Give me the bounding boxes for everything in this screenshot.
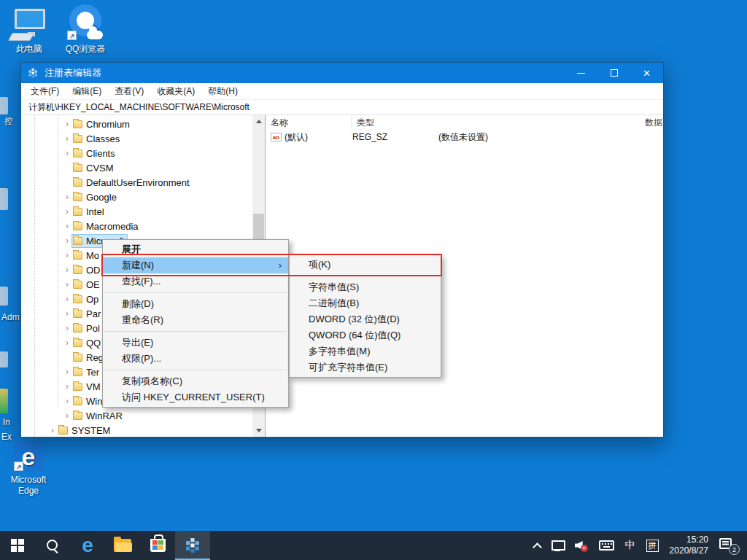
action-center-button[interactable]: 2 (719, 537, 738, 553)
submenu-item[interactable]: DWORD (32 位)值(D) › (290, 311, 441, 327)
taskbar-clock[interactable]: 15:20 2020/8/27 (670, 534, 708, 556)
expand-chevron-icon[interactable]: › (62, 308, 72, 319)
expand-chevron-icon[interactable]: › (62, 279, 72, 289)
taskbar-edge-button[interactable]: e (70, 531, 105, 560)
windows-logo-icon (11, 539, 24, 552)
expand-chevron-icon[interactable]: › (62, 119, 72, 129)
desktop-icon-microsoft-edge[interactable]: e ↗ Microsoft Edge (6, 441, 51, 497)
scroll-up-arrow-icon[interactable] (252, 115, 265, 128)
context-menu-item[interactable]: 展开 › (103, 241, 288, 257)
ime-pinyin-indicator[interactable]: 拼 (646, 540, 659, 552)
submenu-item[interactable]: 多字符串值(M) › (290, 343, 441, 359)
menubar-item[interactable]: 收藏夹(A) (150, 85, 201, 98)
context-menu-item[interactable]: 删除(D) › (103, 296, 288, 312)
network-icon[interactable] (551, 540, 564, 551)
context-menu-item[interactable]: › (104, 370, 287, 370)
expand-chevron-icon[interactable]: › (62, 250, 72, 260)
expand-chevron-icon[interactable]: › (62, 177, 72, 187)
partial-desktop-icon (0, 287, 8, 306)
tree-item[interactable]: › Chromium (21, 117, 252, 131)
expand-chevron-icon[interactable]: › (62, 396, 72, 406)
start-button[interactable] (0, 531, 35, 560)
maximize-icon (611, 69, 618, 77)
mute-badge-icon: ✕ (581, 545, 588, 552)
tree-item[interactable]: › Clients (21, 146, 252, 160)
folder-icon (73, 281, 82, 289)
expand-chevron-icon[interactable]: › (62, 133, 72, 144)
scrollbar-thumb[interactable] (253, 214, 264, 241)
maximize-button[interactable] (597, 63, 630, 83)
context-menu-item[interactable]: › (104, 331, 287, 332)
volume-muted-icon[interactable]: ✕ (575, 540, 588, 551)
registry-value-row[interactable]: ab (默认) REG_SZ (数值未设置) (266, 130, 663, 144)
expand-chevron-icon[interactable]: › (62, 352, 72, 362)
expand-chevron-icon[interactable]: › (62, 148, 72, 158)
taskbar-store-button[interactable] (140, 531, 175, 560)
column-header[interactable]: 名称 (266, 115, 352, 130)
tree-item[interactable]: › CVSM (21, 160, 252, 175)
desktop-icon-qq-browser[interactable]: ↗ QQ浏览器 (64, 4, 107, 55)
tree-item[interactable]: › Classes (21, 131, 252, 146)
tree-item[interactable]: › Intel (21, 204, 252, 219)
menubar-item[interactable]: 编辑(E) (66, 85, 108, 98)
ime-mode-indicator[interactable]: 中 (625, 539, 635, 552)
minimize-button[interactable] (565, 63, 597, 83)
desktop-icon-this-pc[interactable]: 此电脑 (9, 9, 50, 55)
context-menu-item[interactable]: 访问 HKEY_CURRENT_USER(T) › (103, 389, 288, 405)
folder-icon (73, 354, 82, 362)
context-menu-item[interactable]: 权限(P)... › (103, 351, 288, 367)
folder-icon (73, 252, 82, 260)
expand-chevron-icon[interactable]: › (62, 323, 72, 333)
context-menu-item[interactable]: › (104, 292, 287, 293)
menubar-item[interactable]: 帮助(H) (201, 85, 244, 98)
folder-icon (73, 222, 82, 230)
title-bar[interactable]: 注册表编辑器 ✕ (21, 63, 663, 83)
value-name: (默认) (285, 131, 308, 144)
scroll-down-arrow-icon[interactable] (252, 424, 265, 437)
folder-icon (73, 208, 82, 216)
expand-chevron-icon[interactable]: › (47, 425, 58, 435)
expand-chevron-icon[interactable]: › (62, 294, 72, 304)
menubar-item[interactable]: 文件(F) (24, 85, 66, 98)
expand-chevron-icon[interactable]: › (62, 163, 72, 173)
submenu-item[interactable]: 字符串值(S) › (290, 279, 441, 295)
partial-desktop-icon-label: 控 (4, 115, 13, 128)
submenu-item[interactable]: 可扩充字符串值(E) › (290, 359, 441, 376)
submenu-item[interactable]: 项(K) › (290, 257, 441, 273)
context-menu-item[interactable]: 查找(F)... › (103, 273, 288, 289)
system-tray: ✕ 中 拼 15:20 2020/8/27 2 (534, 531, 747, 560)
context-menu-item[interactable]: 导出(E) › (103, 335, 288, 351)
taskbar-file-explorer-button[interactable] (105, 531, 140, 560)
expand-chevron-icon[interactable]: › (62, 338, 72, 348)
close-button[interactable]: ✕ (630, 63, 663, 83)
menubar-item[interactable]: 查看(V) (108, 85, 150, 98)
partial-desktop-icon-label: Adm (1, 312, 20, 322)
tree-item[interactable]: › SYSTEM (21, 423, 252, 437)
expand-chevron-icon[interactable]: › (62, 381, 72, 392)
registry-path: 计算机\HKEY_LOCAL_MACHINE\SOFTWARE\Microsof… (28, 101, 249, 114)
context-menu-item[interactable]: 复制项名称(C) › (103, 373, 288, 389)
context-menu-item[interactable]: 新建(N) › (103, 257, 288, 273)
address-bar[interactable]: 计算机\HKEY_LOCAL_MACHINE\SOFTWARE\Microsof… (21, 99, 663, 115)
tree-item[interactable]: › WinRAR (21, 408, 252, 423)
context-menu-item[interactable]: 重命名(R) › (103, 312, 288, 328)
taskbar-regedit-button[interactable] (175, 531, 210, 560)
tree-item[interactable]: › DefaultUserEnvironment (21, 175, 252, 190)
expand-chevron-icon[interactable]: › (62, 192, 72, 202)
expand-chevron-icon[interactable]: › (62, 206, 72, 217)
expand-chevron-icon[interactable]: › (62, 221, 72, 231)
tree-item[interactable]: › Macromedia (21, 219, 252, 233)
touch-keyboard-icon[interactable] (599, 540, 614, 551)
submenu-item[interactable]: QWORD (64 位)值(Q) › (290, 327, 441, 343)
submenu-item[interactable]: 二进制值(B) › (290, 295, 441, 311)
column-header[interactable]: 类型 (352, 115, 640, 130)
tree-item[interactable]: › Google (21, 190, 252, 204)
tray-overflow-chevron-icon[interactable] (533, 542, 542, 552)
expand-chevron-icon[interactable]: › (62, 367, 72, 377)
expand-chevron-icon[interactable]: › (62, 411, 72, 421)
column-header[interactable]: 数据 (640, 115, 663, 130)
expand-chevron-icon[interactable]: › (62, 265, 72, 275)
taskbar-search-button[interactable] (35, 531, 70, 560)
expand-chevron-icon[interactable]: › (62, 236, 72, 246)
submenu-item[interactable]: › (291, 276, 439, 276)
